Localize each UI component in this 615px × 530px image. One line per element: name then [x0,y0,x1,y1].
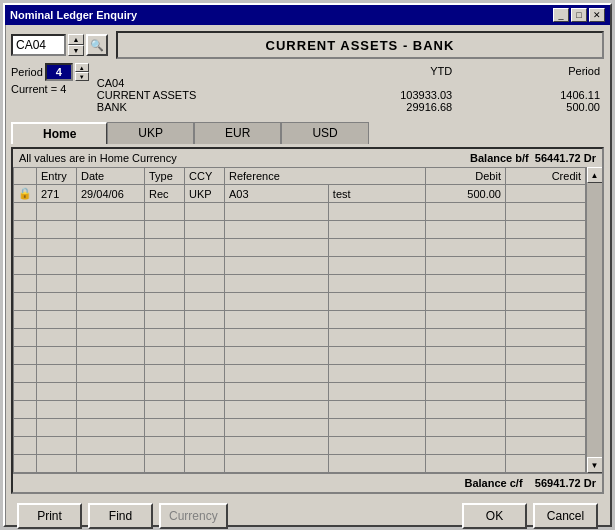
minimize-button[interactable]: _ [553,8,569,22]
cell-debit: 500.00 [426,185,506,203]
close-button[interactable]: ✕ [589,8,605,22]
window-title: Nominal Ledger Enquiry [10,9,137,21]
scroll-up-button[interactable]: ▲ [587,167,603,183]
row-icon: 🔒 [14,185,37,203]
account-search-button[interactable]: 🔍 [86,34,108,56]
tab-home[interactable]: Home [11,122,107,144]
balance-bf: Balance b/f 56441.72 Dr [470,152,596,164]
balance-footer: Balance c/f 56941.72 Dr [13,473,602,492]
col-credit-header: Credit [506,168,586,185]
table-wrapper[interactable]: Entry Date Type CCY Reference Debit Cred… [13,167,586,473]
info-section: Period ▲ ▼ Current = 4 YTD Period CA04 C… [11,63,604,115]
col-icon-header [14,168,37,185]
tab-usd[interactable]: USD [281,122,368,144]
col-reference-header: Reference [225,168,426,185]
col-debit-header: Debit [426,168,506,185]
right-buttons: OK Cancel [462,503,598,529]
main-window: Nominal Ledger Enquiry _ □ ✕ ▲ ▼ 🔍 CURRE… [3,3,612,527]
account-box: ▲ ▼ 🔍 [11,34,108,56]
top-bar: ▲ ▼ 🔍 CURRENT ASSETS - BANK [11,31,604,59]
find-button[interactable]: Find [88,503,153,529]
print-button[interactable]: Print [17,503,82,529]
detail-period-2: 500.00 [464,101,600,113]
empty-row [14,401,586,419]
empty-row [14,437,586,455]
ok-button[interactable]: OK [462,503,527,529]
balance-header: All values are in Home Currency Balance … [13,149,602,167]
period-box: Period ▲ ▼ Current = 4 [11,63,89,115]
left-buttons: Print Find Currency [17,503,228,529]
detail-name-0: CA04 [97,77,292,89]
currency-button[interactable]: Currency [159,503,228,529]
detail-name-2: BANK [97,101,292,113]
empty-row [14,419,586,437]
cell-ref2: test [328,185,425,203]
empty-row [14,347,586,365]
cell-credit [506,185,586,203]
info-name-label [97,65,292,77]
tabs-row: Home UKP EUR USD [11,121,604,143]
account-spinner: ▲ ▼ [68,34,84,56]
account-input[interactable] [11,34,66,56]
period-spin-up[interactable]: ▲ [75,63,89,72]
empty-row [14,293,586,311]
empty-row [14,239,586,257]
cancel-button[interactable]: Cancel [533,503,598,529]
detail-ytd-2: 29916.68 [304,101,452,113]
scroll-track[interactable] [587,183,603,457]
bottom-buttons: Print Find Currency OK Cancel [11,498,604,530]
period-row: Period ▲ ▼ [11,63,89,81]
window-controls: _ □ ✕ [553,8,605,22]
title-bar: Nominal Ledger Enquiry _ □ ✕ [5,5,610,25]
tab-ukp[interactable]: UKP [107,122,194,144]
empty-row [14,257,586,275]
main-table-area: All values are in Home Currency Balance … [11,147,604,494]
cell-type: Rec [145,185,185,203]
table-container: Entry Date Type CCY Reference Debit Cred… [13,167,602,473]
currency-description: All values are in Home Currency [19,152,177,164]
period-input[interactable] [45,63,73,81]
empty-row [14,311,586,329]
cell-ref1: A03 [225,185,329,203]
empty-row [14,203,586,221]
empty-row [14,221,586,239]
ytd-header: YTD [304,65,452,77]
maximize-button[interactable]: □ [571,8,587,22]
empty-row [14,383,586,401]
content-area: ▲ ▼ 🔍 CURRENT ASSETS - BANK Period ▲ ▼ [5,25,610,530]
ledger-table: Entry Date Type CCY Reference Debit Cred… [13,167,586,473]
account-spin-down[interactable]: ▼ [68,45,84,56]
col-ccy-header: CCY [185,168,225,185]
vertical-scrollbar[interactable]: ▲ ▼ [586,167,602,473]
current-label: Current = 4 [11,83,89,95]
detail-period-1: 1406.11 [464,89,600,101]
table-row[interactable]: 🔒 271 29/04/06 Rec UKP A03 test 500.00 [14,185,586,203]
cell-entry: 271 [37,185,77,203]
col-date-header: Date [77,168,145,185]
search-icon: 🔍 [90,39,104,52]
period-label: Period [11,66,43,78]
info-details: YTD Period CA04 CURRENT ASSETS 103933.03… [93,63,604,115]
cell-ccy: UKP [185,185,225,203]
period-header: Period [464,65,600,77]
tab-eur[interactable]: EUR [194,122,281,144]
detail-period-0 [464,77,600,89]
account-spin-up[interactable]: ▲ [68,34,84,45]
scroll-down-button[interactable]: ▼ [587,457,603,473]
empty-row [14,275,586,293]
empty-row [14,455,586,473]
detail-name-1: CURRENT ASSETS [97,89,292,101]
empty-row [14,329,586,347]
col-entry-header: Entry [37,168,77,185]
period-spinner: ▲ ▼ [75,63,89,81]
period-spin-down[interactable]: ▼ [75,72,89,81]
detail-ytd-1: 103933.03 [304,89,452,101]
account-title: CURRENT ASSETS - BANK [116,31,604,59]
empty-row [14,365,586,383]
col-type-header: Type [145,168,185,185]
detail-ytd-0 [304,77,452,89]
cell-date: 29/04/06 [77,185,145,203]
